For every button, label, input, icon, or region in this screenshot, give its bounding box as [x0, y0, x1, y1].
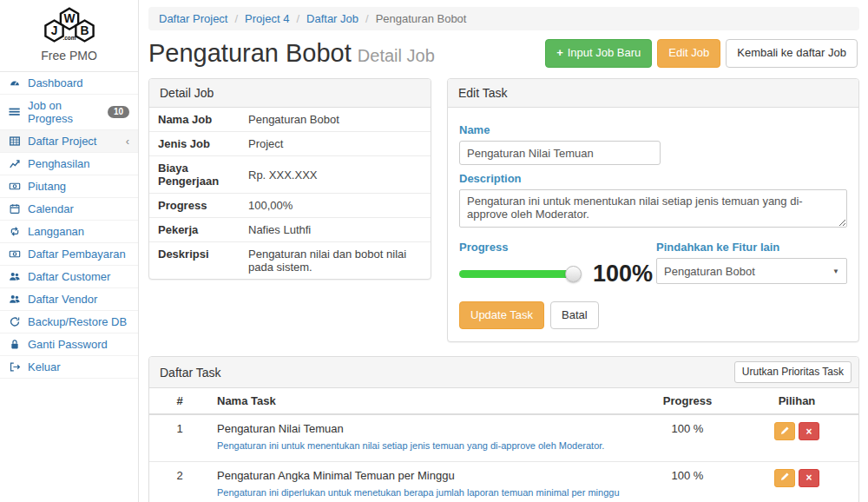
main-content: Daftar ProjectProject 4Daftar JobPengatu… [140, 0, 868, 502]
page-header: Pengaturan BobotDetail Job +Input Job Ba… [148, 39, 858, 68]
sidebar-menu: DashboardJob on Progress10Daftar Project… [0, 71, 138, 379]
sidebar-item-label: Backup/Restore DB [28, 315, 127, 328]
detail-row-nama-job: Nama JobPengaturan Bobot [149, 108, 431, 132]
sidebar: W J B .com Free PMO DashboardJob on Prog… [0, 0, 139, 502]
detail-row-pekerja: PekerjaNafies Luthfi [149, 218, 431, 242]
sidebar-item-ganti-password[interactable]: Ganti Password [0, 334, 138, 356]
sidebar-item-job-on-progress[interactable]: Job on Progress10 [0, 95, 138, 130]
pencil-icon [780, 426, 790, 438]
detail-job-panel: Detail Job Nama JobPengaturan BobotJenis… [148, 78, 431, 280]
header-buttons: +Input Job BaruEdit JobKembali ke daftar… [545, 39, 858, 67]
task-name-input[interactable] [459, 141, 661, 165]
task-description: Pengaturan ini diperlukan untuk menetuka… [217, 485, 633, 502]
sidebar-item-daftar-customer[interactable]: Daftar Customer [0, 266, 138, 288]
task-name: Pengaturan Nilai Temuan [217, 422, 633, 435]
detail-row-value: Rp. XXX.XXX [247, 156, 431, 194]
retweet-icon [9, 226, 22, 238]
input-job-baru-button[interactable]: +Input Job Baru [545, 39, 652, 67]
table-icon [9, 135, 22, 148]
list-icon [9, 106, 22, 118]
sidebar-item-penghasilan[interactable]: Penghasilan [0, 153, 138, 175]
cancel-button[interactable]: Batal [550, 301, 599, 329]
delete-task-button[interactable]: × [799, 469, 819, 487]
column-header-name: Nama Task [210, 388, 640, 414]
sidebar-item-piutang[interactable]: Piutang [0, 175, 138, 198]
caret-down-icon: ▼ [832, 268, 839, 275]
breadcrumb-item-project-4[interactable]: Project 4 [245, 12, 289, 25]
sidebar-item-label: Job on Progress [28, 99, 102, 125]
sidebar-item-label: Dashboard [28, 76, 83, 89]
task-description-textarea[interactable]: Pengaturan ini untuk menentukan nilai se… [459, 189, 847, 228]
sidebar-item-label: Daftar Project [28, 135, 96, 148]
sidebar-item-label: Penghasilan [28, 157, 90, 170]
detail-row-label: Deskripsi [149, 242, 247, 280]
sidebar-item-label: Daftar Vendor [28, 293, 97, 306]
chart-icon [9, 158, 22, 170]
detail-row-progress: Progress100,00% [149, 194, 431, 218]
task-number: 2 [149, 461, 210, 502]
task-progress: 100 % [640, 461, 735, 502]
delete-task-button[interactable]: × [799, 422, 819, 440]
sidebar-item-keluar[interactable]: Keluar [0, 356, 138, 379]
column-header-progress: Progress [640, 388, 735, 414]
sidebar-item-daftar-project[interactable]: Daftar Project‹ [0, 130, 138, 153]
money-icon [9, 181, 22, 193]
task-row: 2Pengaturan Angka Minimal Temuan per Min… [149, 461, 858, 502]
brand-subtitle: Free PMO [0, 49, 138, 63]
detail-row-value: 100,00% [247, 194, 431, 218]
detail-row-deskripsi: DeskripsiPengaturan nilai dan bobot nila… [149, 242, 431, 280]
breadcrumb: Daftar ProjectProject 4Daftar JobPengatu… [148, 7, 859, 30]
panels-row: Detail Job Nama JobPengaturan BobotJenis… [148, 78, 859, 342]
progress-slider-handle[interactable] [565, 266, 582, 282]
detail-row-label: Pekerja [149, 218, 247, 242]
edit-task-button[interactable] [774, 469, 795, 487]
task-list-panel-title: Daftar Task [160, 366, 221, 380]
sidebar-item-label: Calendar [28, 202, 74, 215]
sidebar-item-langganan[interactable]: Langganan [0, 221, 138, 243]
chevron-left-icon: ‹ [126, 135, 129, 147]
detail-row-value: Project [247, 132, 431, 156]
detail-row-label: Jenis Job [149, 132, 247, 156]
sidebar-item-label: Daftar Customer [28, 270, 110, 283]
edit-job-button[interactable]: Edit Job [657, 39, 720, 67]
progress-label: Progress [459, 241, 656, 254]
detail-row-value: Nafies Luthfi [247, 218, 431, 242]
detail-row-label: Biaya Pengerjaan [149, 156, 247, 194]
detail-row-label: Progress [149, 194, 247, 218]
sidebar-item-daftar-vendor[interactable]: Daftar Vendor [0, 288, 138, 311]
sidebar-item-calendar[interactable]: Calendar [0, 198, 138, 221]
edit-task-button[interactable] [774, 422, 795, 440]
progress-slider[interactable] [459, 270, 574, 278]
sidebar-item-dashboard[interactable]: Dashboard [0, 72, 138, 95]
update-task-button[interactable]: Update Task [459, 301, 544, 329]
page-title: Pengaturan BobotDetail Job [148, 39, 435, 68]
move-feature-selected-value: Pengaturan Bobot [664, 265, 755, 278]
task-row: 1Pengaturan Nilai TemuanPengaturan ini u… [149, 414, 858, 461]
progress-slider-fill [459, 270, 574, 278]
svg-text:W: W [63, 12, 76, 25]
breadcrumb-item-pengaturan-bobot: Pengaturan Bobot [376, 12, 467, 25]
sidebar-item-label: Ganti Password [28, 338, 108, 351]
sort-priority-button-top[interactable]: Urutkan Prioritas Task [734, 361, 852, 383]
app-logo: W J B .com Free PMO [0, 0, 138, 66]
svg-text:.com: .com [62, 35, 76, 41]
task-number: 1 [149, 414, 210, 461]
detail-row-label: Nama Job [149, 108, 247, 132]
delete-x-icon: × [806, 426, 812, 438]
breadcrumb-item-daftar-project[interactable]: Daftar Project [159, 12, 227, 25]
name-label: Name [459, 123, 847, 136]
task-table: # Nama Task Progress Pilihan 1Pengaturan… [149, 388, 858, 502]
signout-icon [9, 361, 22, 373]
kembali-ke-daftar-job-button[interactable]: Kembali ke daftar Job [726, 39, 858, 67]
sidebar-item-label: Keluar [28, 360, 61, 373]
progress-percent-value: 100% [593, 262, 653, 286]
move-feature-select[interactable]: Pengaturan Bobot ▼ [656, 258, 847, 284]
breadcrumb-item-daftar-job[interactable]: Daftar Job [306, 12, 358, 25]
sidebar-item-daftar-pembayaran[interactable]: Daftar Pembayaran [0, 243, 138, 266]
sidebar-item-backup-restore-db[interactable]: Backup/Restore DB [0, 311, 138, 334]
users-icon [9, 294, 22, 306]
edit-task-panel: Edit Task Name Description Pengaturan in… [447, 78, 859, 342]
sidebar-item-label: Langganan [28, 225, 84, 238]
dashboard-icon [9, 77, 22, 89]
detail-job-panel-title: Detail Job [149, 79, 431, 108]
